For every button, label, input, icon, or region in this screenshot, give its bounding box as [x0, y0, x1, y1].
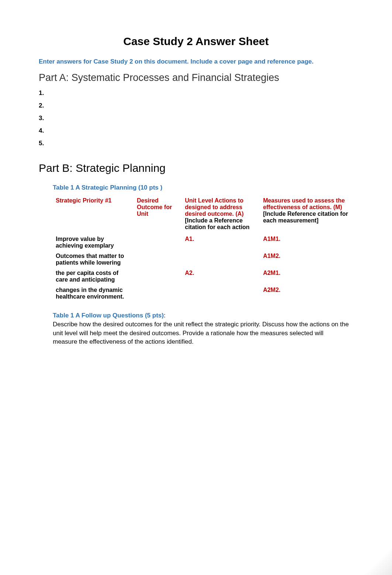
action-cell: A1.	[182, 234, 260, 251]
followup-colon: :	[164, 312, 166, 319]
table-row: the per capita costs of care and anticip…	[53, 268, 353, 285]
followup-body: Describe how the desired outcomes for th…	[53, 320, 350, 346]
table-caption: Table 1 A Strategic Planning (10 pts )	[53, 184, 353, 191]
measure-cell: A1M2.	[260, 251, 353, 268]
priority-cell: changes in the dynamic healthcare enviro…	[53, 285, 134, 302]
list-item: 2.	[39, 102, 353, 109]
page-shadow-corner	[362, 545, 392, 575]
instruction-text: Enter answers for Case Study 2 on this d…	[39, 58, 353, 65]
list-item: 4.	[39, 127, 353, 135]
header-unit-actions-black: [Include a Reference citation for each a…	[185, 217, 250, 230]
part-a-heading: Part A: Systematic Processes and Financi…	[39, 72, 353, 84]
priority-cell: the per capita costs of care and anticip…	[53, 268, 134, 285]
header-measures: Measures used to assess the effectivenes…	[260, 196, 353, 234]
table-row: Improve value by achieving exemplary A1.…	[53, 234, 353, 251]
table-header-row: Strategic Priority #1 Desired Outcome fo…	[53, 196, 353, 234]
table-row: changes in the dynamic healthcare enviro…	[53, 285, 353, 302]
list-item: 5.	[39, 140, 353, 147]
action-cell	[182, 285, 260, 302]
table-row: Outcomes that matter to patients while l…	[53, 251, 353, 268]
outcome-cell	[134, 251, 182, 268]
outcome-cell	[134, 234, 182, 251]
measure-cell: A2M2.	[260, 285, 353, 302]
header-unit-actions-red: Unit Level Actions to designed to addres…	[185, 197, 244, 217]
followup-paragraph: Table 1 A Follow up Questions (5 pts):	[53, 311, 350, 320]
header-desired-outcome: Desired Outcome for Unit	[134, 196, 182, 234]
list-item: 1.	[39, 89, 353, 97]
measure-cell: A2M1.	[260, 268, 353, 285]
header-measures-black: [Include Reference citation for each mea…	[263, 211, 348, 224]
action-cell	[182, 251, 260, 268]
action-cell: A2.	[182, 268, 260, 285]
list-item: 3.	[39, 115, 353, 122]
followup-block: Table 1 A Follow up Questions (5 pts): D…	[39, 311, 353, 346]
header-unit-actions: Unit Level Actions to designed to addres…	[182, 196, 260, 234]
part-b-heading: Part B: Strategic Planning	[39, 162, 353, 174]
outcome-cell	[134, 285, 182, 302]
outcome-cell	[134, 268, 182, 285]
measure-cell: A1M1.	[260, 234, 353, 251]
strategic-table: Strategic Priority #1 Desired Outcome fo…	[53, 196, 353, 302]
header-strategic-priority: Strategic Priority #1	[53, 196, 134, 234]
priority-cell: Improve value by achieving exemplary	[53, 234, 134, 251]
priority-cell: Outcomes that matter to patients while l…	[53, 251, 134, 268]
header-measures-red: Measures used to assess the effectivenes…	[263, 197, 345, 210]
part-a-list: 1. 2. 3. 4. 5.	[39, 89, 353, 147]
page-title: Case Study 2 Answer Sheet	[39, 35, 353, 48]
followup-label: Table 1 A Follow up Questions (5 pts)	[53, 312, 164, 319]
